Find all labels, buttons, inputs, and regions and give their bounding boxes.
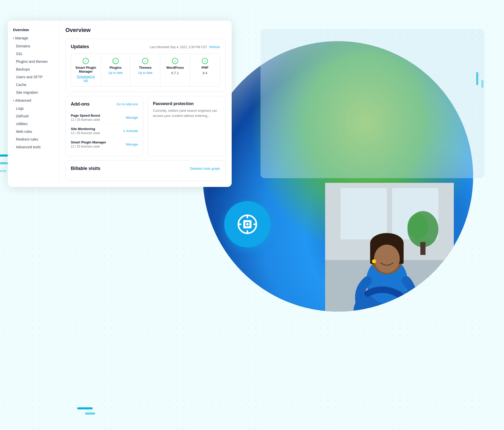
utilities-label: Utilities xyxy=(16,122,28,126)
sidebar-item-domains[interactable]: Domains xyxy=(8,42,59,50)
manage-label: Manage xyxy=(15,36,28,40)
addon-info-psb: Page Speed Boost 12 / 25 licenses used xyxy=(71,114,100,122)
billable-visits-title: Billable visits xyxy=(71,166,100,171)
refresh-info-container: Last refreshed Sep 4, 2022, 3:30 PM CST … xyxy=(150,45,220,49)
detailed-visits-graph-link[interactable]: Detailed visits graph xyxy=(190,167,220,170)
web-rules-label: Web rules xyxy=(16,130,32,134)
advanced-tools-label: Advanced tools xyxy=(16,145,41,149)
svg-point-13 xyxy=(372,259,376,263)
updates-header: Updates Last refreshed Sep 4, 2022, 3:30… xyxy=(71,44,220,49)
addon-info-spm: Smart Plugin Manager 12 / 25 licenses us… xyxy=(71,140,106,148)
sidebar-item-web-rules[interactable]: Web rules xyxy=(8,128,59,135)
manage-chevron-icon: ▾ xyxy=(13,37,14,40)
sidebar-item-users-sftp[interactable]: Users and SFTP xyxy=(8,73,59,81)
addon-row-psb: Page Speed Boost 12 / 25 licenses used M… xyxy=(71,111,138,124)
page-title: Overview xyxy=(65,27,225,33)
addon-licenses-monitoring: 12 / 25 licences used xyxy=(71,131,100,135)
billable-visits-header: Billable visits Detailed visits graph xyxy=(71,166,220,171)
check-icon-themes: ✓ xyxy=(142,58,148,64)
bottom-sections: Add-ons Go to Add-ons Page Speed Boost 1… xyxy=(65,96,225,156)
addon-licenses-spm: 12 / 25 licenses used xyxy=(71,145,106,148)
update-value-wordpress: 6.7.1 xyxy=(171,71,179,75)
addons-header: Add-ons Go to Add-ons xyxy=(71,101,138,107)
main-panel: Overview ▾ Manage Domains SSL Plugins an… xyxy=(8,21,232,187)
update-item-php: ✓ PHP 8.4 xyxy=(190,54,220,86)
update-name-spm: Smart Plugin Manager xyxy=(74,66,98,73)
addon-manage-spm[interactable]: Manage xyxy=(126,142,138,146)
addons-title: Add-ons xyxy=(71,101,90,107)
updates-title: Updates xyxy=(71,44,89,49)
addon-licenses-psb: 12 / 25 licenses used xyxy=(71,118,100,122)
refresh-link[interactable]: Refresh xyxy=(209,45,220,49)
backups-label: Backups xyxy=(16,67,30,71)
addon-row-spm: Smart Plugin Manager 12 / 25 licenses us… xyxy=(71,138,138,151)
updates-section: Updates Last refreshed Sep 4, 2022, 3:30… xyxy=(65,39,225,92)
sidebar-item-logs[interactable]: Logs xyxy=(8,105,59,112)
sidebar-item-gitpush[interactable]: GitPush xyxy=(8,112,59,120)
wpengine-logo-icon xyxy=(224,201,271,247)
update-item-wordpress: ✓ WordPress 6.7.1 xyxy=(160,54,190,86)
sidebar-section-manage[interactable]: ▾ Manage xyxy=(8,34,59,42)
sidebar-item-redirect-rules[interactable]: Redirect rules xyxy=(8,135,59,143)
updates-grid: ✓ Smart Plugin Manager Scheduled to run … xyxy=(71,54,220,87)
svg-point-17 xyxy=(246,223,249,226)
sidebar-item-utilities[interactable]: Utilities xyxy=(8,120,59,128)
cyan-bar-bottom-1 xyxy=(77,407,93,409)
password-protection-title: Password protection xyxy=(153,101,220,106)
cyan-bar-bottom-2 xyxy=(85,412,95,415)
update-item-smart-plugin-manager: ✓ Smart Plugin Manager Scheduled to run xyxy=(71,54,101,86)
svg-rect-2 xyxy=(341,188,387,239)
overview-label: Overview xyxy=(13,28,29,32)
site-migration-label: Site migration xyxy=(16,90,38,94)
svg-rect-18 xyxy=(247,215,248,218)
addon-activate-monitoring[interactable]: + Activate xyxy=(123,129,138,133)
update-name-plugins: Plugins xyxy=(109,66,121,70)
sidebar-item-site-migration[interactable]: Site migration xyxy=(8,89,59,96)
svg-rect-20 xyxy=(238,223,241,225)
cyan-bar-left-3 xyxy=(0,170,6,172)
addon-name-monitoring: Site Monitoring xyxy=(71,127,100,131)
svg-rect-19 xyxy=(247,230,248,233)
main-content: Overview Updates Last refreshed Sep 4, 2… xyxy=(59,21,232,187)
update-item-plugins: ✓ Plugins Up to date xyxy=(101,54,131,86)
check-icon-smart-plugin-manager: ✓ xyxy=(83,58,89,64)
addon-row-monitoring: Site Monitoring 12 / 25 licences used + … xyxy=(71,124,138,138)
sidebar-item-plugins-themes[interactable]: Plugins and themes xyxy=(8,58,59,65)
sidebar-item-cache[interactable]: Cache xyxy=(8,81,59,89)
update-value-php: 8.4 xyxy=(203,71,207,75)
ssl-label: SSL xyxy=(16,52,23,56)
redirect-rules-label: Redirect rules xyxy=(16,137,38,141)
addon-info-monitoring: Site Monitoring 12 / 25 licences used xyxy=(71,127,100,135)
check-icon-plugins: ✓ xyxy=(112,58,119,64)
sidebar: Overview ▾ Manage Domains SSL Plugins an… xyxy=(8,21,59,187)
check-icon-php: ✓ xyxy=(202,58,208,64)
logs-label: Logs xyxy=(16,106,24,110)
addon-name-psb: Page Speed Boost xyxy=(71,114,100,117)
svg-rect-6 xyxy=(420,242,425,255)
cache-label: Cache xyxy=(16,83,26,87)
logo-svg xyxy=(234,211,260,237)
addon-manage-psb[interactable]: Manage xyxy=(126,116,138,119)
update-status-spm[interactable]: Scheduled to run xyxy=(74,75,98,82)
update-name-php: PHP xyxy=(202,66,208,70)
addons-section: Add-ons Go to Add-ons Page Speed Boost 1… xyxy=(65,96,143,156)
svg-point-5 xyxy=(407,214,428,239)
password-protection-desc: Currently, visitors (and search engines)… xyxy=(153,108,220,118)
password-protection-section: Password protection Currently, visitors … xyxy=(147,96,225,156)
sidebar-section-advanced[interactable]: ▾ Advanced xyxy=(8,96,59,105)
go-to-addons-link[interactable]: Go to Add-ons xyxy=(117,102,138,106)
advanced-chevron-icon: ▾ xyxy=(13,99,14,102)
addon-name-spm: Smart Plugin Manager xyxy=(71,140,106,144)
users-sftp-label: Users and SFTP xyxy=(16,75,42,79)
update-name-wordpress: WordPress xyxy=(166,66,184,70)
check-icon-wordpress: ✓ xyxy=(172,58,178,64)
sidebar-item-overview[interactable]: Overview xyxy=(8,26,59,34)
update-status-themes: Up to date xyxy=(138,71,152,75)
sidebar-item-backups[interactable]: Backups xyxy=(8,65,59,73)
gitpush-label: GitPush xyxy=(16,114,29,118)
svg-rect-21 xyxy=(253,223,256,225)
sidebar-item-advanced-tools[interactable]: Advanced tools xyxy=(8,143,59,151)
sidebar-item-ssl[interactable]: SSL xyxy=(8,50,59,58)
domains-label: Domains xyxy=(16,44,30,48)
svg-point-12 xyxy=(374,245,400,273)
